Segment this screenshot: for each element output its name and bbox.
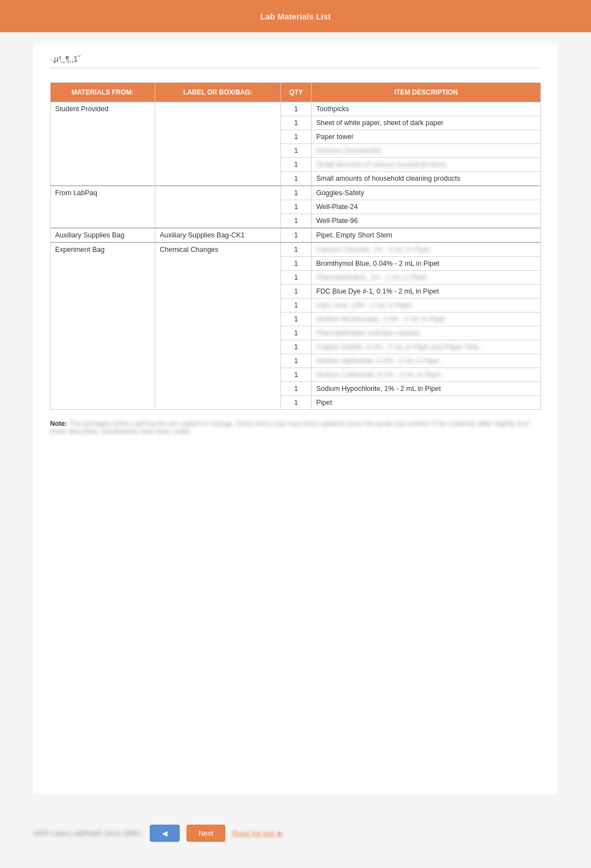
- page-content: ·‚µ³‚¸¶‚,1˝ MATERIALS FROM: LABEL OR BOX…: [33, 43, 558, 794]
- source-cell: Auxiliary Supplies Bag: [51, 228, 155, 242]
- qty-cell: 1: [280, 102, 311, 116]
- desc-cell: Calcium Chloride, 1% - 2 mL in Pipet: [312, 242, 541, 257]
- qty-cell: 1: [280, 214, 311, 229]
- col-header-label: LABEL OR BOX/BAG:: [155, 83, 280, 102]
- bottom-blur-text: HD® Learn LabPaq® since 1986 |: [33, 829, 143, 837]
- note-label: Note:: [50, 420, 67, 428]
- qty-cell: 1: [280, 396, 311, 410]
- desc-cell: Scissors (household): [312, 144, 541, 158]
- desc-cell: Well-Plate-24: [312, 200, 541, 214]
- qty-cell: 1: [280, 313, 311, 326]
- materials-table: MATERIALS FROM: LABEL OR BOX/BAG: QTY IT…: [50, 82, 541, 410]
- qty-cell: 1: [280, 172, 311, 186]
- desc-cell: FDC Blue Dye #-1, 0.1% - 2 mL in Pipet: [312, 285, 541, 299]
- qty-cell: 1: [280, 158, 311, 172]
- desc-cell: Sodium Carbonate, 0.1% - 2 mL in Pipet: [312, 368, 541, 382]
- qty-cell: 1: [280, 242, 311, 257]
- desc-cell: Phenolphthalein, 1% - 2 mL in Pipet: [312, 271, 541, 285]
- bottom-prev-button[interactable]: ◀: [150, 825, 180, 842]
- qty-cell: 1: [280, 228, 311, 242]
- qty-cell: 1: [280, 382, 311, 396]
- bottom-link[interactable]: Read full text ►: [232, 829, 283, 837]
- qty-cell: 1: [280, 340, 311, 354]
- desc-cell: Small amounts of household cleaning prod…: [312, 172, 541, 186]
- col-header-materials: MATERIALS FROM:: [51, 83, 155, 102]
- desc-cell: Toothpicks: [312, 102, 541, 116]
- qty-cell: 1: [280, 116, 311, 130]
- label-cell: [155, 102, 280, 186]
- qty-cell: 1: [280, 200, 311, 214]
- qty-cell: 1: [280, 271, 311, 285]
- bottom-bar: HD® Learn LabPaq® since 1986 | ◀ Next Re…: [33, 816, 558, 850]
- label-cell: Auxiliary Supplies Bag-CK1: [155, 228, 280, 242]
- label-cell: Chemical Changes: [155, 242, 280, 410]
- qty-cell: 1: [280, 368, 311, 382]
- qty-cell: 1: [280, 257, 311, 271]
- desc-cell: Sodium Hypochlorite, 1% - 2 mL in Pipet: [312, 382, 541, 396]
- desc-cell: Paper towel: [312, 130, 541, 144]
- desc-cell: Small amounts of various household items: [312, 158, 541, 172]
- col-header-qty: QTY: [280, 83, 311, 102]
- desc-cell: Citric Acid, 10% - 2 mL in Pipet: [312, 299, 541, 313]
- desc-cell: Phenolphthalein indicator solution: [312, 326, 541, 340]
- desc-cell: Sodium Bicarbonate, 1.5% - 2 mL in Pipet: [312, 313, 541, 326]
- qty-cell: 1: [280, 130, 311, 144]
- desc-cell: Goggles-Safety: [312, 186, 541, 200]
- desc-cell: Bromthymol Blue, 0.04% - 2 mL in Pipet: [312, 257, 541, 271]
- qty-cell: 1: [280, 285, 311, 299]
- desc-cell: Sodium Hydroxide, 0.1% - 2 mL in Pipet: [312, 354, 541, 368]
- qty-cell: 1: [280, 326, 311, 340]
- desc-cell: Pipet: [312, 396, 541, 410]
- qty-cell: 1: [280, 354, 311, 368]
- col-header-desc: ITEM DESCRIPTION: [312, 83, 541, 102]
- label-cell: [155, 186, 280, 228]
- note-text: The packages within LabPaq kits are subj…: [50, 420, 530, 435]
- desc-cell: Copper Sulfate, 0.1% - 2 mL in Pipet and…: [312, 340, 541, 354]
- banner-title: Lab Materials List: [260, 12, 331, 21]
- source-cell: Experiment Bag: [51, 242, 155, 410]
- qty-cell: 1: [280, 186, 311, 200]
- source-cell: From LabPaq: [51, 186, 155, 228]
- desc-cell: Pipet, Empty Short Stem: [312, 228, 541, 242]
- bottom-next-button[interactable]: Next: [186, 825, 226, 842]
- qty-cell: 1: [280, 144, 311, 158]
- note-section: Note: The packages within LabPaq kits ar…: [50, 420, 541, 435]
- qty-cell: 1: [280, 299, 311, 313]
- subtitle-text: ·‚µ³‚¸¶‚,1˝: [50, 54, 541, 68]
- source-cell: Student Provided: [51, 102, 155, 186]
- top-banner: Lab Materials List: [0, 0, 591, 32]
- desc-cell: Well-Plate-96: [312, 214, 541, 229]
- desc-cell: Sheet of white paper, sheet of dark pape…: [312, 116, 541, 130]
